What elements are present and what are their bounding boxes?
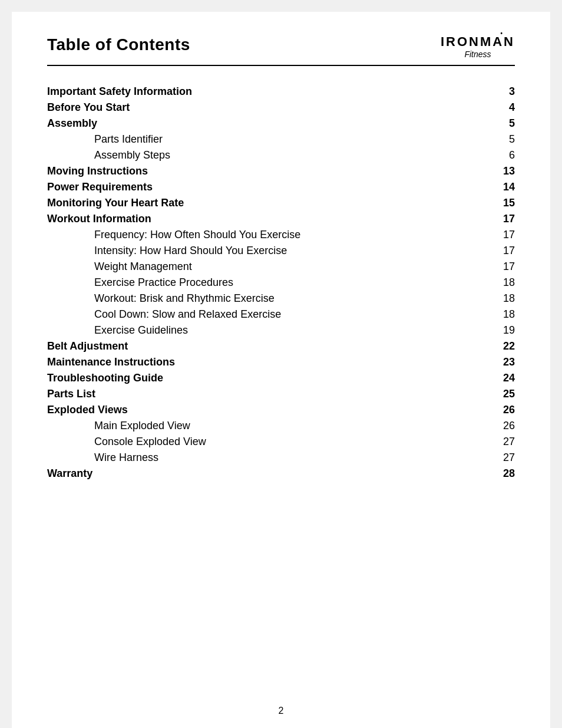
toc-row: Belt Adjustment22	[47, 338, 515, 354]
toc-item-title: Exploded Views	[47, 402, 480, 418]
toc-table: Important Safety Information3Before You …	[47, 84, 515, 482]
toc-item-page: 17	[480, 227, 515, 243]
toc-item-page: 17	[480, 211, 515, 227]
toc-item-page: 27	[480, 434, 515, 450]
toc-row: Main Exploded View26	[47, 418, 515, 434]
toc-row: Workout: Brisk and Rhythmic Exercise18	[47, 291, 515, 307]
toc-item-title: Exercise Guidelines	[47, 322, 480, 338]
toc-item-title: Workout Information	[47, 211, 480, 227]
toc-item-title: Parts List	[47, 386, 480, 402]
toc-item-page: 3	[480, 84, 515, 100]
toc-row: Frequency: How Often Should You Exercise…	[47, 227, 515, 243]
toc-row: Exercise Practice Procedures18	[47, 275, 515, 291]
toc-item-title: Important Safety Information	[47, 84, 480, 100]
toc-item-title: Troubleshooting Guide	[47, 370, 480, 386]
toc-row: Power Requirements14	[47, 179, 515, 195]
toc-item-page: 18	[480, 291, 515, 307]
toc-item-page: 27	[480, 450, 515, 466]
toc-item-page: 26	[480, 418, 515, 434]
toc-item-title: Weight Management	[47, 259, 480, 275]
page-title: Table of Contents	[47, 35, 190, 54]
toc-item-title: Assembly	[47, 116, 480, 131]
toc-item-title: Exercise Practice Procedures	[47, 275, 480, 291]
logo: IRONMAN Fitness	[441, 35, 515, 59]
toc-row: Moving Instructions13	[47, 163, 515, 179]
toc-item-title: Frequency: How Often Should You Exercise	[47, 227, 480, 243]
toc-item-title: Main Exploded View	[47, 418, 480, 434]
toc-item-title: Workout: Brisk and Rhythmic Exercise	[47, 291, 480, 307]
toc-row: Monitoring Your Heart Rate15	[47, 195, 515, 211]
toc-item-title: Intensity: How Hard Should You Exercise	[47, 243, 480, 259]
toc-item-page: 23	[480, 354, 515, 370]
toc-item-page: 25	[480, 386, 515, 402]
toc-row: Warranty28	[47, 466, 515, 482]
header: Table of Contents IRONMAN Fitness	[47, 35, 515, 66]
toc-row: Before You Start4	[47, 100, 515, 116]
toc-row: Maintenance Instructions23	[47, 354, 515, 370]
toc-item-page: 6	[480, 147, 515, 163]
toc-row: Wire Harness27	[47, 450, 515, 466]
toc-row: Parts List25	[47, 386, 515, 402]
toc-item-page: 5	[480, 131, 515, 147]
logo-text: IRONMAN	[441, 35, 515, 48]
page-number: 2	[12, 706, 550, 716]
toc-item-title: Wire Harness	[47, 450, 480, 466]
page: Table of Contents IRONMAN Fitness Import…	[12, 12, 550, 728]
toc-item-page: 5	[480, 116, 515, 131]
toc-item-page: 13	[480, 163, 515, 179]
toc-row: Troubleshooting Guide24	[47, 370, 515, 386]
toc-row: Intensity: How Hard Should You Exercise1…	[47, 243, 515, 259]
toc-item-title: Power Requirements	[47, 179, 480, 195]
toc-item-page: 17	[480, 259, 515, 275]
toc-item-title: Parts Identifier	[47, 131, 480, 147]
toc-row: Important Safety Information3	[47, 84, 515, 100]
toc-item-page: 28	[480, 466, 515, 482]
toc-item-title: Warranty	[47, 466, 480, 482]
toc-item-title: Cool Down: Slow and Relaxed Exercise	[47, 307, 480, 322]
toc-row: Exercise Guidelines19	[47, 322, 515, 338]
toc-item-page: 15	[480, 195, 515, 211]
toc-item-page: 19	[480, 322, 515, 338]
toc-item-title: Assembly Steps	[47, 147, 480, 163]
toc-item-title: Before You Start	[47, 100, 480, 116]
toc-item-page: 17	[480, 243, 515, 259]
toc-row: Parts Identifier5	[47, 131, 515, 147]
toc-item-page: 24	[480, 370, 515, 386]
toc-item-title: Maintenance Instructions	[47, 354, 480, 370]
toc-row: Weight Management17	[47, 259, 515, 275]
logo-sub: Fitness	[464, 50, 491, 59]
toc-item-page: 18	[480, 307, 515, 322]
toc-row: Assembly Steps6	[47, 147, 515, 163]
toc-row: Exploded Views26	[47, 402, 515, 418]
toc-item-page: 18	[480, 275, 515, 291]
toc-item-title: Console Exploded View	[47, 434, 480, 450]
toc-row: Cool Down: Slow and Relaxed Exercise18	[47, 307, 515, 322]
toc-item-title: Monitoring Your Heart Rate	[47, 195, 480, 211]
toc-item-page: 4	[480, 100, 515, 116]
toc-row: Workout Information17	[47, 211, 515, 227]
toc-item-title: Belt Adjustment	[47, 338, 480, 354]
toc-row: Assembly5	[47, 116, 515, 131]
toc-item-title: Moving Instructions	[47, 163, 480, 179]
toc-item-page: 22	[480, 338, 515, 354]
toc-item-page: 26	[480, 402, 515, 418]
toc-item-page: 14	[480, 179, 515, 195]
toc-row: Console Exploded View27	[47, 434, 515, 450]
